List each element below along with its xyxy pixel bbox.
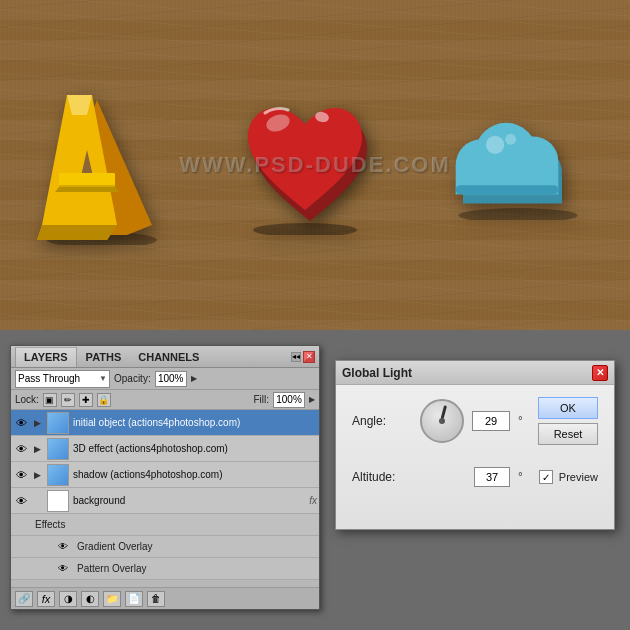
sub-layer-pattern-eye[interactable]: 👁 <box>55 561 71 577</box>
lock-all-btn[interactable]: 🔒 <box>97 393 111 407</box>
lock-transparency-btn[interactable]: ▣ <box>43 393 57 407</box>
layer-row-3d-effect[interactable]: 👁 ▶ 3D effect (actions4photoshop.com) <box>11 436 319 462</box>
layer-name-3d: 3D effect (actions4photoshop.com) <box>73 443 317 454</box>
angle-dial[interactable] <box>420 399 464 443</box>
lock-fill-row: Lock: ▣ ✏ ✚ 🔒 Fill: 100% ▶ <box>11 390 319 410</box>
tab-layers[interactable]: LAYERS <box>15 347 77 367</box>
dial-dot <box>439 418 445 424</box>
delete-layer-btn[interactable]: 🗑 <box>147 591 165 607</box>
angle-input[interactable]: 29 <box>472 411 510 431</box>
blend-opacity-row: Pass Through ▼ Opacity: 100% ▶ <box>11 368 319 390</box>
angle-degree-symbol: ° <box>518 414 523 428</box>
panel-header: LAYERS PATHS CHANNELS ◂◂ ✕ <box>11 346 319 368</box>
panel-close-button[interactable]: ✕ <box>303 351 315 363</box>
layer-visibility-shadow[interactable]: 👁 <box>13 467 29 483</box>
layer-row-background[interactable]: 👁 background fx <box>11 488 319 514</box>
layer-thumb-shadow <box>47 464 69 486</box>
altitude-degree-symbol: ° <box>518 470 523 484</box>
fill-arrow[interactable]: ▶ <box>309 395 315 404</box>
new-layer-btn[interactable]: 📄 <box>125 591 143 607</box>
sub-layer-gradient-eye[interactable]: 👁 <box>55 539 71 555</box>
ok-button[interactable]: OK <box>538 397 598 419</box>
adjustments-btn[interactable]: ◐ <box>81 591 99 607</box>
layer-visibility-background[interactable]: 👁 <box>13 493 29 509</box>
layers-list: 👁 ▶ initial object (actions4photoshop.co… <box>11 410 319 580</box>
blend-mode-dropdown[interactable]: Pass Through ▼ <box>15 370 110 388</box>
svg-point-23 <box>486 136 504 154</box>
fill-input[interactable]: 100% <box>273 392 305 408</box>
preview-checkbox[interactable]: ✓ <box>539 470 553 484</box>
layer-name-shadow: shadow (actions4photoshop.com) <box>73 469 317 480</box>
layer-fx-icon: fx <box>309 495 317 506</box>
preview-row: ✓ Preview <box>539 470 598 484</box>
layer-thumb-initial <box>47 412 69 434</box>
dialog-body: Angle: 29 ° OK Reset Altitude: 37 ° <box>336 385 614 511</box>
svg-marker-9 <box>55 187 119 192</box>
svg-point-13 <box>459 208 578 220</box>
tab-channels[interactable]: CHANNELS <box>130 347 207 367</box>
canvas-area: WWW.PSD-DUDE.COM <box>0 0 630 330</box>
svg-marker-6 <box>37 225 117 240</box>
preview-label: Preview <box>559 471 598 483</box>
layer-visibility-3d[interactable]: 👁 <box>13 441 29 457</box>
layer-row-initial-object[interactable]: 👁 ▶ initial object (actions4photoshop.co… <box>11 410 319 436</box>
layer-expand-3d[interactable]: ▶ <box>31 443 43 455</box>
dialog-close-btn[interactable]: ✕ <box>592 365 608 381</box>
layer-name-initial: initial object (actions4photoshop.com) <box>73 417 317 428</box>
sub-layer-effects-name: Effects <box>35 519 65 530</box>
cloud-3d <box>443 110 593 220</box>
blend-dropdown-arrow: ▼ <box>99 374 107 383</box>
altitude-row: Altitude: 37 ° ✓ Preview <box>352 455 598 499</box>
opacity-label: Opacity: <box>114 373 151 384</box>
panel-controls: ◂◂ ✕ <box>291 351 315 363</box>
3d-letter-a-object <box>37 85 167 245</box>
layer-styles-btn[interactable]: fx <box>37 591 55 607</box>
reset-button[interactable]: Reset <box>538 423 598 445</box>
layer-row-shadow[interactable]: 👁 ▶ shadow (actions4photoshop.com) <box>11 462 319 488</box>
dialog-title: Global Light <box>342 366 412 380</box>
3d-cloud-object <box>443 110 593 220</box>
altitude-input[interactable]: 37 <box>474 467 510 487</box>
angle-label: Angle: <box>352 414 412 428</box>
angle-row: Angle: 29 ° OK Reset <box>352 397 598 445</box>
svg-point-24 <box>505 134 516 145</box>
layer-thumb-3d <box>47 438 69 460</box>
lock-position-btn[interactable]: ✚ <box>79 393 93 407</box>
altitude-label: Altitude: <box>352 470 409 484</box>
fill-label: Fill: <box>253 394 269 405</box>
global-light-dialog: Global Light ✕ Angle: 29 ° OK Reset <box>335 360 615 530</box>
sub-layer-pattern-name: Pattern Overlay <box>77 563 146 574</box>
dialog-buttons: OK Reset <box>538 397 598 445</box>
layer-thumb-background <box>47 490 69 512</box>
panel-bottom-toolbar: 🔗 fx ◑ ◐ 📁 📄 🗑 <box>11 587 319 609</box>
panel-tabs: LAYERS PATHS CHANNELS <box>15 347 207 367</box>
svg-rect-22 <box>456 185 559 194</box>
layer-expand-shadow[interactable]: ▶ <box>31 469 43 481</box>
opacity-arrow[interactable]: ▶ <box>191 374 197 383</box>
sub-layer-effects: Effects <box>11 514 319 536</box>
layer-visibility-initial[interactable]: 👁 <box>13 415 29 431</box>
svg-point-10 <box>253 223 357 235</box>
blend-mode-value: Pass Through <box>18 373 80 384</box>
layer-expand-initial[interactable]: ▶ <box>31 417 43 429</box>
lock-image-btn[interactable]: ✏ <box>61 393 75 407</box>
link-layers-btn[interactable]: 🔗 <box>15 591 33 607</box>
layer-name-background: background <box>73 495 305 506</box>
dialog-titlebar: Global Light ✕ <box>336 361 614 385</box>
letter-a-3d <box>37 85 167 245</box>
watermark: WWW.PSD-DUDE.COM <box>179 152 451 178</box>
lock-label: Lock: <box>15 394 39 405</box>
layers-panel: LAYERS PATHS CHANNELS ◂◂ ✕ Pass Through … <box>10 345 320 610</box>
bottom-panels-area: LAYERS PATHS CHANNELS ◂◂ ✕ Pass Through … <box>0 330 630 630</box>
sub-layer-gradient-name: Gradient Overlay <box>77 541 153 552</box>
tab-paths[interactable]: PATHS <box>78 347 130 367</box>
sub-layer-pattern[interactable]: 👁 Pattern Overlay <box>11 558 319 580</box>
add-mask-btn[interactable]: ◑ <box>59 591 77 607</box>
new-group-btn[interactable]: 📁 <box>103 591 121 607</box>
opacity-input[interactable]: 100% <box>155 371 187 387</box>
sub-layer-gradient[interactable]: 👁 Gradient Overlay <box>11 536 319 558</box>
svg-rect-7 <box>59 173 115 187</box>
collapse-button[interactable]: ◂◂ <box>291 352 301 362</box>
